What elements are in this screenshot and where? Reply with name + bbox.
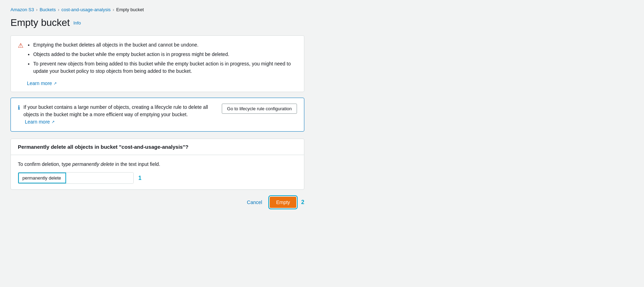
confirm-text: To confirm deletion, type permanently de… [18,161,297,168]
lifecycle-external-icon: ↗ [51,119,55,125]
info-circle-icon: ℹ [18,104,20,111]
warning-bullet-1: Emptying the bucket deletes all objects … [33,41,297,49]
warning-content: Emptying the bucket deletes all objects … [27,41,297,86]
breadcrumb-buckets[interactable]: Buckets [40,7,56,12]
delete-box-header: Permanently delete all objects in bucket… [11,139,304,155]
page-title-row: Empty bucket Info [10,17,304,28]
breadcrumb-bucket-name[interactable]: cost-and-usage-analysis [61,7,111,12]
annotation-empty-btn: 2 [301,199,304,205]
confirm-instruction-post: in the text input field. [114,161,160,167]
lifecycle-learn-more-link[interactable]: Learn more ↗ [25,118,55,126]
lifecycle-learn-more-text: Learn more [25,118,50,126]
external-link-icon: ↗ [54,81,57,86]
empty-button[interactable]: Empty [270,197,296,208]
confirm-input-field[interactable] [66,173,133,183]
confirm-input-label: permanently delete [18,173,66,183]
lifecycle-text-content: If your bucket contains a large number o… [23,104,208,117]
breadcrumb: Amazon S3 › Buckets › cost-and-usage-ana… [10,7,304,12]
warning-icon: ⚠ [18,42,23,49]
breadcrumb-sep-2: › [58,7,59,12]
warning-bullet-3: To prevent new objects from being added … [33,60,297,75]
delete-box: Permanently delete all objects in bucket… [10,139,304,190]
breadcrumb-sep-3: › [113,7,114,12]
confirm-input-wrapper: permanently delete [18,172,134,184]
confirm-instruction-pre: To confirm deletion, type [18,161,72,167]
lifecycle-info-box: ℹ If your bucket contains a large number… [10,98,304,132]
breadcrumb-sep-1: › [36,7,37,12]
delete-box-body: To confirm deletion, type permanently de… [11,155,304,189]
page-title: Empty bucket [10,17,70,28]
annotation-input: 1 [139,175,142,181]
warning-box: ⚠ Emptying the bucket deletes all object… [10,35,304,92]
info-link[interactable]: Info [73,20,81,26]
learn-more-link[interactable]: Learn more ↗ [27,80,57,86]
learn-more-text: Learn more [27,80,52,86]
breadcrumb-amazon-s3[interactable]: Amazon S3 [10,7,34,12]
confirm-keyword: permanently delete [72,161,114,167]
breadcrumb-current: Empty bucket [116,7,144,12]
cancel-button[interactable]: Cancel [243,197,266,207]
lifecycle-info-left: ℹ If your bucket contains a large number… [18,104,216,126]
warning-bullet-2: Objects added to the bucket while the em… [33,51,297,58]
lifecycle-btn[interactable]: Go to lifecycle rule configuration [222,104,297,114]
action-row: Cancel Empty 2 [10,197,304,208]
lifecycle-info-text: If your bucket contains a large number o… [23,104,216,126]
